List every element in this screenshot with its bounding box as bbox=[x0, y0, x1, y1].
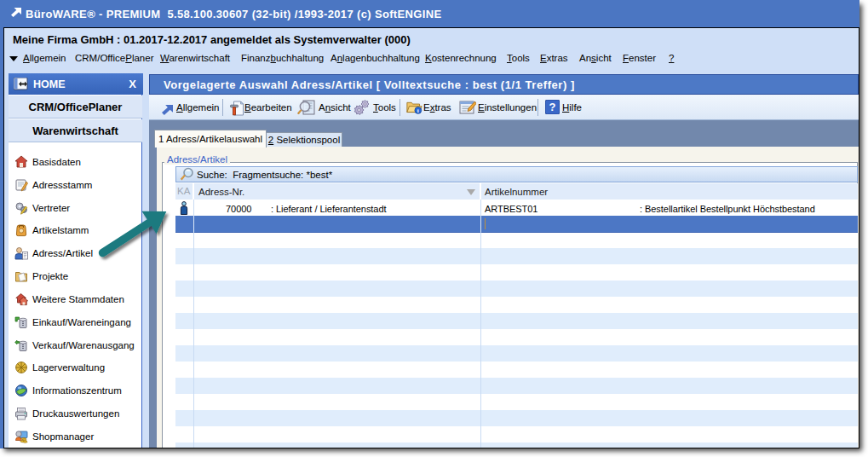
svg-text:i: i bbox=[417, 107, 419, 113]
svg-text:?: ? bbox=[549, 101, 556, 113]
